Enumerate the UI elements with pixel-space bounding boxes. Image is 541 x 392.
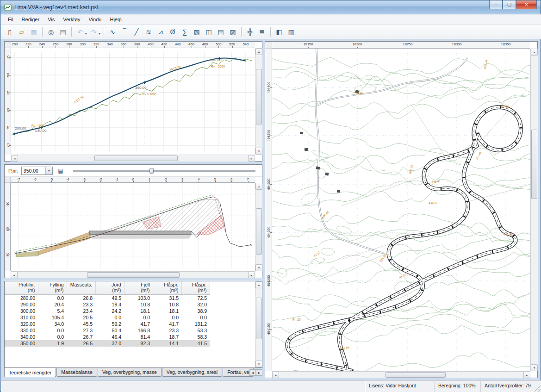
scroll-right-icon[interactable]: ► [523, 372, 530, 378]
open-folder-button[interactable]: ▱ [16, 26, 27, 37]
scroll-track[interactable] [279, 372, 523, 378]
profile-position-slider[interactable] [73, 167, 255, 174]
view-frame-button[interactable]: ▥ [286, 26, 297, 37]
tab-veg-overbygning-masse[interactable]: Veg, overbygning, masse [98, 368, 162, 377]
view-columns-button[interactable]: ◧ [274, 26, 285, 37]
scroll-up-icon[interactable]: ▲ [255, 48, 262, 55]
column-header-profilnr[interactable]: Profilnr.(m) [5, 281, 38, 294]
scroll-track[interactable] [531, 56, 538, 364]
scroll-down-icon[interactable]: ▼ [255, 264, 262, 271]
tab-scroll-right-icon[interactable]: ► [256, 369, 262, 376]
menu-vis[interactable]: Vis [44, 15, 59, 24]
map-canvas[interactable]: 704.13438.47434.97441.9273.97108.94523.2… [272, 49, 530, 371]
undo-button[interactable]: ↶ [75, 26, 86, 37]
scroll-right-icon[interactable]: ► [248, 272, 255, 278]
title-bar[interactable]: Lima VVA - veg1rev4 med kart.psl – ▢ ✕ [0, 0, 541, 14]
scroll-thumb[interactable] [256, 69, 262, 124]
table-row[interactable]: 280.000.026.849.5103.031.572.5 [5, 294, 210, 301]
table-row[interactable]: 350.001.926.537.082.314.141.5 [5, 340, 210, 347]
diameter-tool-button[interactable]: Ø [167, 26, 178, 37]
scroll-down-icon[interactable]: ▼ [255, 361, 262, 367]
scroll-down-icon[interactable]: ▼ [531, 364, 538, 371]
close-button[interactable]: ✕ [516, 0, 537, 9]
vertical-curve-markers[interactable] [13, 57, 221, 135]
scroll-thumb[interactable] [386, 372, 446, 378]
column-header-flspr[interactable]: Flåspr.(m³) [153, 281, 181, 294]
table-row[interactable]: 290.0020.423.318.410.810.832.0 [5, 301, 210, 308]
table-row[interactable]: 330.000.027.350.4166.823.353.3 [5, 327, 210, 334]
scroll-left-icon[interactable]: ◄ [11, 272, 18, 278]
menu-vindu[interactable]: Vindu [85, 15, 106, 24]
report-lines-tool-button[interactable]: ▤ [215, 26, 226, 37]
profile-h-scrollbar[interactable]: ◄► [11, 155, 255, 162]
column-header-jord[interactable]: Jord(m³) [95, 281, 124, 294]
scroll-thumb[interactable] [531, 130, 537, 199]
scroll-track[interactable] [255, 190, 262, 264]
vertical-alignment-line[interactable] [14, 58, 246, 134]
minimize-button[interactable]: – [489, 0, 503, 9]
scroll-track[interactable] [255, 288, 262, 361]
pan-grid-button[interactable]: ╬ [244, 26, 255, 37]
new-file-button[interactable]: ▯ [4, 26, 15, 37]
scroll-up-icon[interactable]: ▲ [255, 183, 262, 190]
tab-massebalanse[interactable]: Massebalanse [56, 368, 97, 377]
profile-v-scrollbar[interactable]: ▲▼ [255, 48, 262, 155]
print-button[interactable]: ▤ [57, 26, 68, 37]
road-curve-tool-button[interactable]: ⌒ [119, 26, 130, 37]
column-header-fylling[interactable]: Fylling(m³) [38, 281, 67, 294]
scroll-thumb[interactable] [94, 156, 178, 161]
sum-quantities-tool-button[interactable]: ∑ [179, 26, 190, 37]
quantities-table[interactable]: Profilnr.(m)Fylling(m³)Masseuts.Jord(m³)… [5, 281, 210, 347]
scroll-up-icon[interactable]: ▲ [255, 281, 262, 288]
image-frame-tool-button[interactable]: ◫ [203, 26, 214, 37]
column-header-fjell[interactable]: Fjell(m³) [124, 281, 153, 294]
scroll-down-icon[interactable]: ▼ [255, 148, 262, 155]
slider-thumb[interactable] [149, 168, 154, 174]
menu-hjelp[interactable]: Hjelp [106, 15, 125, 24]
map-v-scrollbar[interactable]: ▲▼ [530, 49, 538, 371]
slope-tool-button[interactable]: ╱ [131, 26, 142, 37]
map-h-scrollbar[interactable]: ◄► [272, 371, 530, 378]
slider-track[interactable] [73, 170, 255, 172]
scroll-thumb[interactable] [256, 208, 262, 255]
print-preview-button[interactable]: ◎ [45, 26, 56, 37]
hatch-area-tool-button[interactable]: ▧ [191, 26, 202, 37]
scroll-left-icon[interactable]: ◄ [11, 155, 18, 162]
terrain-line-tool-button[interactable]: ∿ [107, 26, 118, 37]
menu-rediger[interactable]: Rediger [18, 15, 44, 24]
scroll-track[interactable] [255, 55, 262, 148]
diagram-tool-button[interactable]: ▨ [227, 26, 238, 37]
tab-teoretiske-mengder[interactable]: Teoretiske mengder [4, 368, 56, 377]
designed-road[interactable] [287, 107, 521, 372]
table-v-scrollbar[interactable]: ▲▼ [255, 281, 262, 367]
scroll-thumb[interactable] [87, 272, 180, 278]
tab-veg-overbygning-areal[interactable]: Veg, overbygning, areal [162, 368, 222, 377]
xsec-v-scrollbar[interactable]: ▲▼ [255, 183, 262, 271]
report-button[interactable]: ≣ [256, 26, 267, 37]
print-section-button[interactable]: ▤ [56, 167, 66, 175]
save-file-button[interactable]: ▦ [28, 26, 39, 37]
menu-fil[interactable]: Fil [4, 15, 18, 24]
column-header-flspr[interactable]: Flåspr.(m³) [181, 281, 210, 294]
table-row[interactable]: 310.00105.420.50.00.00.00.0 [5, 314, 210, 321]
chevron-down-icon[interactable]: ▼ [45, 167, 52, 174]
scroll-right-icon[interactable]: ► [248, 155, 255, 162]
triangle-section-tool-button[interactable]: ⊿ [155, 26, 166, 37]
profile-chart-canvas[interactable]: 200.00240.00390.00500.008.67 %29.09 %Rv … [11, 48, 255, 155]
table-row[interactable]: 320.0034.045.559.241.741.7131.2 [5, 321, 210, 327]
scroll-thumb[interactable] [256, 298, 262, 339]
profile-number-combobox[interactable]: 350.00 ▼ [21, 167, 53, 175]
scroll-up-icon[interactable]: ▲ [531, 49, 538, 56]
scroll-track[interactable] [18, 155, 248, 162]
wave-profile-tool-button[interactable]: ≋ [143, 26, 154, 37]
scroll-track[interactable] [18, 272, 248, 278]
table-row[interactable]: 300.005.423.424.218.118.138.9 [5, 308, 210, 314]
tab-scroll-left-icon[interactable]: ◄ [249, 369, 256, 376]
scroll-left-icon[interactable]: ◄ [272, 372, 279, 378]
column-header-masseuts[interactable]: Masseuts. [67, 281, 95, 294]
maximize-button[interactable]: ▢ [503, 0, 516, 9]
menu-verktøy[interactable]: Verktøy [59, 15, 84, 24]
xsec-h-scrollbar[interactable]: ◄► [11, 271, 255, 278]
table-row[interactable]: 340.000.026.746.481.418.758.3 [5, 334, 210, 340]
redo-button[interactable]: ↷ [88, 26, 99, 37]
